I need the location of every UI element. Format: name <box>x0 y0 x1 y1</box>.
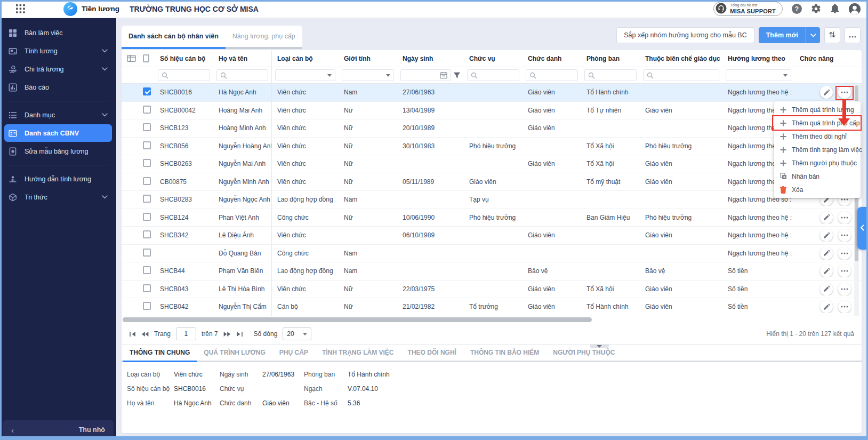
horizontal-scrollbar[interactable] <box>122 316 862 324</box>
row-checkbox[interactable] <box>143 106 151 114</box>
table-row[interactable]: SHCB00042Hoàng Mai AnhViên chứcNữ13/04/1… <box>122 102 862 120</box>
filter-dept[interactable] <box>581 67 640 83</box>
settings-gear-icon[interactable] <box>811 4 821 14</box>
column-header-check[interactable] <box>138 54 155 62</box>
row-checkbox[interactable] <box>143 141 151 149</box>
table-row[interactable]: SHCB0283Nguyễn Ngọc AnhLao động hợp đồng… <box>122 191 862 209</box>
misa-logo-icon[interactable] <box>63 2 77 16</box>
menu-item-them-tinh-trang-lam-viec[interactable]: Thêm tình trạng làm việc <box>774 143 861 156</box>
filter-type[interactable] <box>272 67 339 83</box>
sidebar-item-danh-sach-cbnv[interactable]: Danh sách CBNV <box>4 124 112 142</box>
last-page-button[interactable] <box>236 331 243 337</box>
user-avatar[interactable] <box>849 3 861 15</box>
prev-page-button[interactable] <box>141 331 149 337</box>
row-edit-button[interactable] <box>820 283 833 295</box>
column-picker-icon[interactable] <box>127 54 136 62</box>
page-number-input[interactable]: 1 <box>176 327 196 340</box>
row-checkbox[interactable] <box>143 123 151 131</box>
table-row[interactable]: SHCB0263Nguyễn Mai AnhViên chứcNữGiáo vi… <box>122 155 862 173</box>
expand-panel-tab[interactable] <box>857 207 866 250</box>
search-input[interactable] <box>584 69 637 81</box>
table-row[interactable]: SHCB123Hoàng Minh AnhViên chứcNữ20/10/19… <box>122 119 862 138</box>
search-input[interactable] <box>526 69 578 81</box>
row-checkbox[interactable] <box>143 213 151 221</box>
help-icon[interactable]: ? <box>792 4 802 14</box>
row-more-button[interactable] <box>838 265 851 277</box>
arrange-salary-groups-button[interactable]: Sắp xếp nhóm hưởng lương cho mẫu BC <box>616 27 754 43</box>
row-checkbox[interactable] <box>143 87 151 95</box>
row-edit-button[interactable] <box>820 300 833 313</box>
detail-tab-nguoi-phu-thuoc[interactable]: NGƯỜI PHỤ THUỘC <box>546 345 622 362</box>
filter-gender[interactable] <box>339 67 397 83</box>
sidebar-collapse-button[interactable]: ‹ Thu nhỏ <box>3 420 114 440</box>
row-checkbox[interactable] <box>143 266 151 274</box>
row-edit-button[interactable] <box>820 229 833 242</box>
apps-grid-icon[interactable] <box>16 4 25 13</box>
search-input[interactable] <box>467 69 519 81</box>
filter-funnel-icon[interactable] <box>453 72 461 79</box>
filter-tenure[interactable] <box>640 67 722 83</box>
row-edit-button[interactable] <box>820 86 833 99</box>
row-edit-button[interactable] <box>820 265 833 277</box>
next-page-button[interactable] <box>223 331 231 337</box>
menu-item-them-qua-trinh-luong[interactable]: Thêm quá trình lương <box>774 103 861 116</box>
table-row[interactable]: CB00875Nguyễn Minh AnhViên chứcNữ05/11/1… <box>122 173 862 191</box>
menu-item-nhan-ban[interactable]: Nhân bản <box>774 170 861 183</box>
row-more-button[interactable] <box>838 211 851 224</box>
filter-select[interactable] <box>726 69 791 81</box>
sidebar-item-tri-thuc[interactable]: Tri thức <box>4 188 112 206</box>
table-row[interactable]: SHCB44Phạm Văn BiênLao động hợp đồngNamB… <box>122 262 862 281</box>
support-button[interactable]: Tổng đài hỗ trợ MISA SUPPORT <box>713 2 783 16</box>
detail-tab-tinh-trang-lam-viec[interactable]: TÌNH TRẠNG LÀM VIỆC <box>315 345 401 362</box>
row-more-button[interactable] <box>838 229 851 242</box>
menu-item-them-theo-doi-nghi[interactable]: Thêm theo dõi nghỉ <box>774 130 861 143</box>
column-header-picker[interactable] <box>122 54 138 62</box>
detail-tab-phu-cap[interactable]: PHỤ CẤP <box>272 345 315 362</box>
table-row[interactable]: SHCB342Lê Diệu ÁnhViên chức06/10/1989Giá… <box>122 227 862 245</box>
main-tab-danh-sach-can-bo-nhan-vien[interactable]: Danh sách cán bộ nhân viên <box>122 26 226 49</box>
filter-salary[interactable] <box>722 67 794 83</box>
sidebar-item-chi-tra-luong[interactable]: Chi trả lương <box>4 60 112 78</box>
first-page-button[interactable] <box>129 331 136 337</box>
menu-item-them-nguoi-phu-thuoc[interactable]: Thêm người phụ thuộc <box>774 156 861 170</box>
row-checkbox[interactable] <box>143 230 151 238</box>
table-row[interactable]: SHCB042Nguyễn Thị CẩmCán bộNữ21/02/1982T… <box>122 298 862 316</box>
add-new-dropdown-button[interactable] <box>806 27 820 43</box>
horizontal-scrollbar-thumb[interactable] <box>123 317 592 322</box>
sidebar-item-huong-dan-tinh-luong[interactable]: Hướng dẫn tính lương <box>4 170 112 188</box>
filter-title[interactable] <box>523 67 581 83</box>
menu-item-xoa[interactable]: Xóa <box>774 183 861 196</box>
main-tab-nang-luong-phu-cap[interactable]: Nâng lương, phụ cấp <box>226 26 302 49</box>
date-input[interactable]: 21 <box>400 69 451 81</box>
more-options-button[interactable] <box>845 27 861 43</box>
table-row[interactable]: SHCB043Lê Thị Hòa BìnhViên chứcNữ22/03/1… <box>122 281 862 299</box>
sidebar-item-sua-mau-bang-luong[interactable]: Sửa mẫu bảng lương <box>4 142 112 160</box>
rows-per-page-select[interactable]: 20 <box>283 327 311 340</box>
row-edit-button[interactable] <box>820 211 833 224</box>
select-all-checkbox[interactable] <box>143 54 149 62</box>
search-input[interactable] <box>643 69 719 81</box>
row-more-button[interactable] <box>838 300 851 313</box>
row-checkbox[interactable] <box>143 159 151 167</box>
table-row[interactable]: SHCB0016Hà Ngọc AnhViên chứcNam27/06/196… <box>122 84 862 102</box>
search-input[interactable] <box>216 69 268 81</box>
detail-tab-qua-trinh-luong[interactable]: QUÁ TRÌNH LƯƠNG <box>197 345 272 362</box>
row-checkbox[interactable] <box>143 249 151 257</box>
sidebar-item-danh-muc[interactable]: Danh mục <box>4 106 112 124</box>
detail-tab-theo-doi-nghi[interactable]: THEO DÕI NGHỈ <box>401 345 463 362</box>
filter-id[interactable] <box>155 67 213 83</box>
table-row[interactable]: SHCB124Phan Việt AnhCông chứcNữ10/06/199… <box>122 209 862 227</box>
filter-select[interactable] <box>275 69 335 81</box>
row-checkbox[interactable] <box>143 284 151 292</box>
row-edit-button[interactable] <box>820 247 833 260</box>
filter-name[interactable] <box>213 67 272 83</box>
sidebar-item-ban-lam-viec[interactable]: Bàn làm việc <box>4 24 112 42</box>
detail-tab-thong-tin-chung[interactable]: THÔNG TIN CHUNG <box>123 345 197 362</box>
table-row[interactable]: SHCB056Nguyễn Hoàng AnhViên chứcNữ30/10/… <box>122 138 862 156</box>
notification-bell-icon[interactable] <box>830 4 840 14</box>
row-checkbox[interactable] <box>143 302 151 310</box>
row-checkbox[interactable] <box>143 177 151 185</box>
sidebar-item-bao-cao[interactable]: Báo cáo <box>4 78 112 96</box>
sort-button[interactable] <box>824 27 840 43</box>
sidebar-item-tinh-luong[interactable]: Tính lương <box>4 42 112 60</box>
